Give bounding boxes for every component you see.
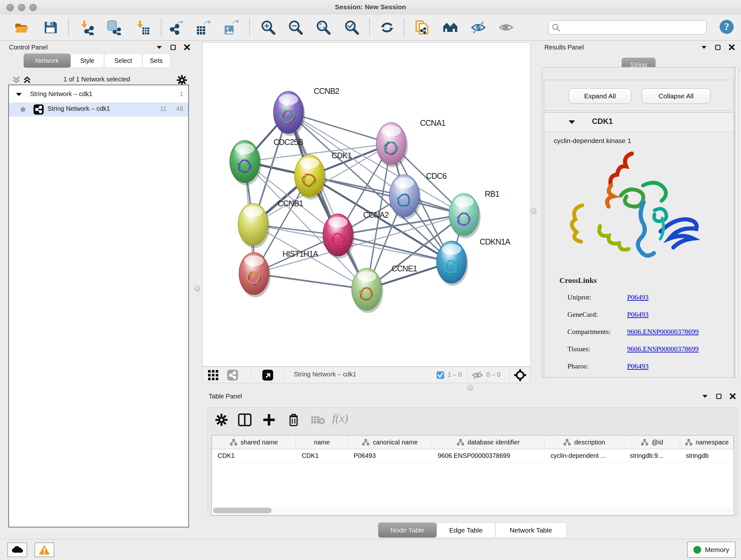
zoom-out-icon[interactable]	[288, 20, 303, 35]
network-view-toggle-icon[interactable]	[227, 370, 238, 381]
collapse-panel-icon[interactable]	[156, 45, 162, 49]
float-panel-icon[interactable]	[171, 45, 176, 50]
grid-view-toggle-icon[interactable]	[208, 370, 219, 381]
crosslink-value-link[interactable]: P06493	[627, 293, 649, 301]
tab-network[interactable]: Network	[23, 54, 71, 68]
show-all-icon[interactable]	[498, 20, 514, 35]
zoom-selected-icon[interactable]	[344, 20, 359, 35]
gene-section-header[interactable]: CDK1	[544, 113, 734, 132]
close-panel-icon[interactable]	[729, 44, 735, 50]
export-network-icon[interactable]	[168, 20, 184, 35]
network-node-CCNA1[interactable]: CCNA1	[376, 118, 446, 167]
scrollbar-thumb[interactable]	[213, 508, 272, 513]
crosslink-value-link[interactable]: P06493	[627, 362, 649, 370]
table-cell[interactable]: stringdb:9...	[624, 449, 680, 462]
duplicate-network-icon[interactable]	[414, 20, 429, 35]
collapse-panel-icon[interactable]	[701, 45, 707, 49]
network-edge-CCNE1-HIST1H1A[interactable]	[254, 273, 367, 289]
crosslink-value-link[interactable]: 9606.ENSP00000378699	[627, 345, 698, 353]
close-panel-icon[interactable]	[730, 393, 736, 399]
table-horizontal-scrollbar[interactable]	[212, 507, 733, 514]
table-row[interactable]: CDK1CDK1P064939606.ENSP00000378699cyclin…	[212, 449, 734, 462]
hide-selected-icon[interactable]	[471, 20, 486, 35]
help-icon[interactable]: ?	[719, 19, 734, 34]
table-panel-title: Table Panel	[209, 393, 242, 400]
table-cell[interactable]: cyclin-dependent ...	[545, 449, 624, 462]
cloud-status-button[interactable]	[7, 543, 27, 557]
tab-style[interactable]: Style	[71, 54, 104, 68]
crosslink-value-link[interactable]: P06493	[627, 310, 649, 318]
zoom-in-icon[interactable]	[260, 20, 276, 35]
tab-node-table[interactable]: Node Table	[378, 523, 436, 538]
column-header--id[interactable]: @id	[624, 435, 680, 449]
add-column-icon[interactable]	[263, 414, 275, 426]
table-cell[interactable]: P06493	[348, 449, 432, 462]
hidden-elements-eye-icon[interactable]	[472, 370, 483, 380]
column-header-database-identifier[interactable]: database identifier	[432, 435, 545, 449]
network-node-CCNE1[interactable]: CCNE1	[352, 264, 417, 313]
home-neighbors-icon[interactable]	[443, 20, 458, 35]
search-input[interactable]	[562, 22, 704, 33]
table-cell[interactable]: 9606.ENSP00000378699	[432, 449, 545, 462]
table-gear-icon[interactable]	[215, 414, 228, 426]
column-header-shared-name[interactable]: shared name	[212, 435, 296, 449]
float-panel-icon[interactable]	[715, 45, 721, 50]
network-options-gear-icon[interactable]	[177, 75, 187, 85]
collapse-panel-icon[interactable]	[702, 394, 708, 398]
network-node-CDC6[interactable]: CDC6	[389, 172, 447, 219]
network-node-RB1[interactable]: RB1	[449, 189, 499, 238]
memory-button[interactable]: Memory	[687, 542, 736, 558]
node-label: CCNA1	[420, 118, 446, 127]
crosslink-value-link[interactable]: 9606.ENSP00000378699	[627, 327, 698, 335]
network-node-CCNB1[interactable]: CCNB1	[238, 199, 303, 248]
network-edge-CDK1-RB1[interactable]	[310, 176, 464, 214]
tab-network-table[interactable]: Network Table	[495, 523, 566, 538]
column-header-canonical-name[interactable]: canonical name	[348, 435, 432, 449]
table-header-row: shared namenamecanonical namedatabase id…	[212, 435, 734, 449]
network-node-CCNA2[interactable]: CCNA2	[323, 210, 389, 259]
tab-edge-table[interactable]: Edge Table	[436, 523, 495, 538]
tree-expander-icon[interactable]	[16, 92, 22, 97]
export-image-icon[interactable]	[223, 20, 239, 35]
detach-view-icon[interactable]	[262, 370, 273, 381]
selected-nodes-checkbox-icon[interactable]	[436, 371, 444, 379]
column-header-description[interactable]: description	[545, 435, 624, 449]
table-cell[interactable]: CDK1	[212, 449, 296, 462]
column-header-namespace[interactable]: namespace	[680, 435, 734, 449]
refresh-layout-icon[interactable]	[380, 20, 395, 35]
network-node-CDKN1A[interactable]: CDKN1A	[436, 237, 511, 286]
network-node-HIST1H1A[interactable]: HIST1H1A	[239, 249, 319, 297]
column-label: @id	[652, 439, 663, 446]
export-table-icon[interactable]	[196, 20, 211, 35]
network-graph[interactable]: CCNB2CCNA1CDC25BCDK1CDC6RB1CCNB1CCNA2CDK…	[203, 43, 530, 366]
network-canvas[interactable]: CCNB2CCNA1CDC25BCDK1CDC6RB1CCNB1CCNA2CDK…	[202, 43, 530, 367]
import-network-icon[interactable]	[79, 20, 94, 35]
network-row-selected[interactable]: String Network – cdk1 11 48	[9, 103, 188, 117]
open-session-icon[interactable]	[14, 20, 29, 35]
delete-table-icon[interactable]	[311, 415, 326, 425]
search-box[interactable]	[548, 20, 706, 35]
column-header-name[interactable]: name	[296, 435, 348, 449]
section-expander-icon[interactable]	[568, 120, 576, 125]
show-columns-icon[interactable]	[238, 414, 252, 426]
table-cell[interactable]: CDK1	[296, 449, 348, 462]
delete-column-icon[interactable]	[287, 413, 300, 427]
tab-select[interactable]: Select	[104, 54, 142, 68]
close-panel-icon[interactable]	[184, 44, 190, 50]
tab-sets[interactable]: Sets	[142, 54, 170, 68]
results-vertical-scrollbar[interactable]	[735, 67, 738, 378]
left-splitter-handle[interactable]	[194, 286, 200, 292]
warning-status-button[interactable]	[35, 543, 54, 557]
birdseye-navigator-icon[interactable]	[514, 369, 526, 381]
network-collection-row[interactable]: String Network – cdk1 1	[9, 88, 188, 103]
collapse-all-button[interactable]: Collapse All	[642, 88, 711, 104]
zoom-fit-icon[interactable]	[316, 20, 331, 35]
save-session-icon[interactable]	[43, 20, 58, 35]
network-node-CDK1[interactable]: CDK1	[294, 151, 352, 199]
function-builder-icon[interactable]: f(x)	[332, 412, 348, 425]
expand-all-button[interactable]: Expand All	[569, 88, 631, 104]
table-cell[interactable]: stringdb	[680, 449, 734, 462]
float-panel-icon[interactable]	[716, 394, 722, 399]
import-table-icon[interactable]	[135, 20, 150, 35]
import-network-from-database-icon[interactable]	[106, 20, 121, 35]
